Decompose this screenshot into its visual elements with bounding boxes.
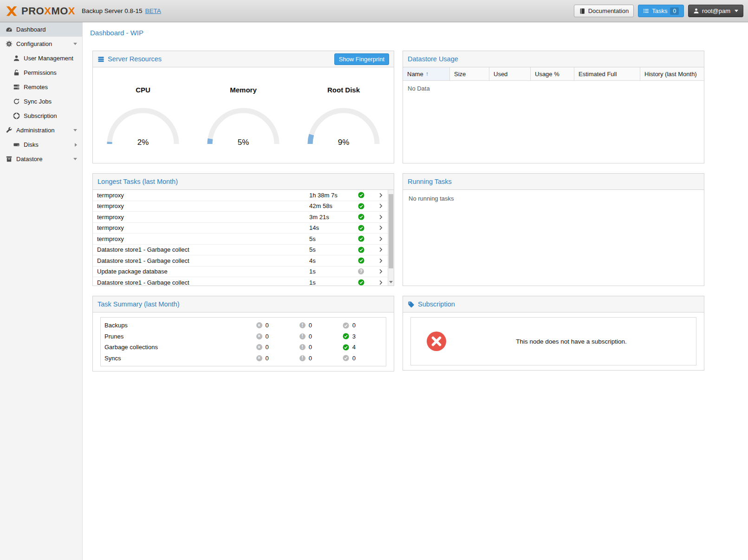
task-name: termproxy bbox=[97, 202, 309, 209]
sidebar-item-remotes[interactable]: Remotes bbox=[0, 80, 82, 94]
column-header-label: History (last Month) bbox=[644, 71, 697, 78]
task-name: termproxy bbox=[97, 214, 309, 221]
task-duration: 1s bbox=[309, 268, 358, 275]
task-row[interactable]: Datastore store1 - Garbage collect 5s bbox=[93, 245, 388, 256]
gauge-label: Memory bbox=[193, 86, 293, 94]
chevron-right-icon[interactable] bbox=[374, 203, 388, 209]
scroll-down-button[interactable] bbox=[388, 279, 394, 286]
chevron-right-icon[interactable] bbox=[374, 268, 388, 274]
sidebar-item-permissions[interactable]: Permissions bbox=[0, 65, 82, 80]
task-summary-header: Task Summary (last Month) bbox=[93, 296, 394, 313]
sidebar-item-subscription[interactable]: Subscription bbox=[0, 109, 82, 123]
tasks-count-badge: 0 bbox=[670, 7, 679, 15]
documentation-button[interactable]: Documentation bbox=[574, 5, 634, 17]
task-row[interactable]: Datastore store1 - Garbage collect 1s bbox=[93, 277, 388, 286]
user-icon bbox=[693, 8, 699, 14]
task-name: Datastore store1 - Garbage collect bbox=[97, 279, 309, 286]
chevron-down-icon[interactable] bbox=[73, 43, 77, 45]
gears-icon bbox=[5, 40, 13, 48]
chevron-right-icon[interactable] bbox=[374, 280, 388, 286]
ok-count-icon bbox=[343, 322, 349, 329]
server-resources-panel: Server Resources Show Fingerprint CPU 2%… bbox=[92, 51, 394, 163]
chevron-down-icon[interactable] bbox=[73, 158, 77, 160]
proxmox-logo-icon bbox=[5, 4, 19, 18]
sidebar-item-label: Dashboard bbox=[16, 26, 46, 33]
datastore-grid-header: Name↑SizeUsedUsage %Estimated FullHistor… bbox=[403, 67, 704, 81]
chevron-right-icon[interactable] bbox=[374, 236, 388, 242]
scrollbar-thumb[interactable] bbox=[389, 194, 393, 268]
sidebar-item-datastore[interactable]: Datastore bbox=[0, 152, 82, 166]
error-count-icon: × bbox=[256, 333, 262, 339]
chevron-right-icon[interactable] bbox=[374, 258, 388, 264]
chevron-right-icon[interactable] bbox=[374, 225, 388, 231]
task-summary-row-syncs[interactable]: Syncs ×0 !0 0 bbox=[101, 353, 386, 364]
refresh-icon bbox=[13, 98, 20, 105]
sidebar-item-label: Disks bbox=[24, 141, 39, 148]
task-summary-row-backups[interactable]: Backups ×0 !0 0 bbox=[101, 320, 386, 331]
error-count: 0 bbox=[266, 322, 269, 329]
column-header-history-last-month[interactable]: History (last Month) bbox=[640, 67, 704, 80]
task-name: Datastore store1 - Garbage collect bbox=[97, 257, 309, 264]
sidebar-item-disks[interactable]: Disks bbox=[0, 137, 82, 152]
task-duration: 42m 58s bbox=[309, 202, 358, 209]
datastore-usage-title: Datastore Usage bbox=[408, 55, 458, 63]
error-count-icon: × bbox=[256, 322, 262, 328]
show-fingerprint-button[interactable]: Show Fingerprint bbox=[334, 53, 389, 65]
tasks-button[interactable]: Tasks 0 bbox=[638, 5, 684, 17]
sidebar-item-configuration[interactable]: Configuration bbox=[0, 37, 82, 51]
column-header-label: Size bbox=[454, 71, 466, 78]
chevron-right-icon[interactable] bbox=[374, 247, 388, 253]
chevron-right-icon[interactable] bbox=[374, 214, 388, 220]
task-row[interactable]: termproxy 14s bbox=[93, 223, 388, 234]
task-row[interactable]: termproxy 1h 38m 7s bbox=[93, 190, 388, 201]
ok-status-icon bbox=[358, 247, 374, 253]
task-name: termproxy bbox=[97, 224, 309, 231]
subscription-message: This node does not have a subscription. bbox=[447, 338, 696, 345]
server-resources-header: Server Resources Show Fingerprint bbox=[93, 51, 394, 67]
chevron-down-icon[interactable] bbox=[73, 129, 77, 131]
chevron-right-icon[interactable] bbox=[75, 143, 77, 147]
column-header-usage[interactable]: Usage % bbox=[531, 67, 574, 80]
column-header-estimated-full[interactable]: Estimated Full bbox=[574, 67, 640, 80]
sidebar-item-label: Sync Jobs bbox=[24, 98, 52, 105]
user-menu-button[interactable]: root@pam bbox=[688, 5, 743, 17]
task-summary-row-prunes[interactable]: Prunes ×0 !0 3 bbox=[101, 331, 386, 342]
sidebar-item-user-management[interactable]: User Management bbox=[0, 51, 82, 65]
arrow-down-icon bbox=[389, 281, 393, 283]
sidebar-item-administration[interactable]: Administration bbox=[0, 123, 82, 137]
subscription-header: Subscription bbox=[403, 296, 704, 313]
scrollbar[interactable] bbox=[388, 190, 394, 286]
longest-tasks-title: Longest Tasks (last Month) bbox=[98, 178, 178, 185]
header-actions: Documentation Tasks 0 root@pam bbox=[574, 5, 743, 17]
task-row[interactable]: termproxy 5s bbox=[93, 234, 388, 245]
column-header-size[interactable]: Size bbox=[450, 67, 489, 80]
running-tasks-empty-text: No running tasks bbox=[403, 190, 704, 286]
error-count: 0 bbox=[266, 333, 269, 340]
column-header-used[interactable]: Used bbox=[489, 67, 531, 80]
warning-count: 0 bbox=[309, 333, 312, 340]
support-icon bbox=[13, 112, 20, 120]
chevron-right-icon[interactable] bbox=[374, 192, 388, 198]
ok-status-icon bbox=[358, 257, 374, 264]
task-row[interactable]: Datastore store1 - Garbage collect 4s bbox=[93, 255, 388, 267]
task-summary-label: Syncs bbox=[104, 355, 256, 362]
task-row[interactable]: termproxy 42m 58s bbox=[93, 201, 388, 212]
warning-count-icon: ! bbox=[299, 333, 306, 339]
task-row[interactable]: termproxy 3m 21s bbox=[93, 212, 388, 223]
column-header-name[interactable]: Name↑ bbox=[403, 67, 450, 80]
root-disk-gauge: Root Disk 9% bbox=[293, 86, 394, 163]
cpu-gauge: CPU 2% bbox=[93, 86, 193, 163]
task-summary-row-garbage-collections[interactable]: Garbage collections ×0 !0 4 bbox=[101, 342, 386, 353]
ok-status-icon bbox=[358, 225, 374, 231]
beta-link[interactable]: BETA bbox=[145, 7, 161, 14]
task-summary-panel: Task Summary (last Month) Backups ×0 !0 … bbox=[92, 296, 394, 371]
task-duration: 3m 21s bbox=[309, 214, 358, 221]
task-duration: 14s bbox=[309, 224, 358, 231]
error-count-icon: × bbox=[256, 344, 262, 350]
sidebar-item-sync-jobs[interactable]: Sync Jobs bbox=[0, 94, 82, 109]
warning-count: 0 bbox=[309, 355, 312, 362]
unlock-icon bbox=[13, 69, 20, 77]
tasks-label: Tasks bbox=[652, 7, 667, 14]
sidebar-item-dashboard[interactable]: Dashboard bbox=[0, 22, 82, 37]
task-row[interactable]: Update package database 1s ? bbox=[93, 267, 388, 278]
